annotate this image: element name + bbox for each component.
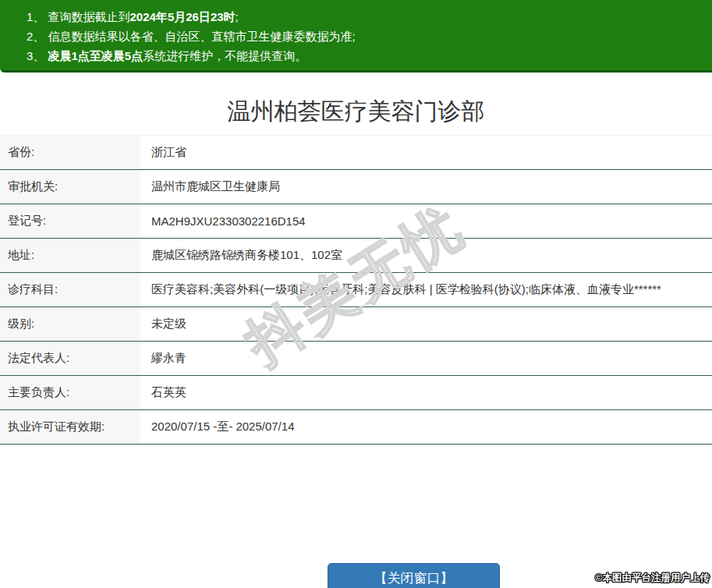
notice-text: 1、 查询数据截止到 [27,10,130,23]
notice-text: ; [236,10,239,23]
row-value: 石英英 [140,376,186,409]
notice-line: 2、 信息数据结果以各省、自治区、直辖市卫生健康委数据为准; [27,27,704,46]
row-value: MA2H9JXU2330302216D154 [140,204,306,238]
row-label: 审批机关: [0,170,140,204]
table-row: 登记号: MA2H9JXU2330302216D154 [0,204,712,239]
row-label: 执业许可证有效期: [0,410,140,444]
notice-text: 2、 信息数据结果以各省、自治区、直辖市卫生健康委数据为准; [27,30,356,43]
table-row: 地址: 鹿城区锦绣路锦绣商务楼101、102室 [0,239,712,273]
row-value: 繆永青 [140,342,186,375]
row-label: 诊疗科目: [0,273,140,306]
table-row: 执业许可证有效期: 2020/07/15 -至- 2025/07/14 [0,410,712,445]
info-table: 省份: 浙江省 审批机关: 温州市鹿城区卫生健康局 登记号: MA2H9JXU2… [0,135,712,445]
notice-bold-text: 凌晨1点至凌晨5点 [48,49,143,62]
close-window-button[interactable]: 【关闭窗口】 [328,563,500,588]
notice-line: 3、 凌晨1点至凌晨5点系统进行维护，不能提供查询。 [27,46,704,66]
row-label: 法定代表人: [0,342,140,375]
notice-text: 系统进行维护，不能提供查询。 [143,49,306,62]
row-value: 未定级 [140,307,186,341]
row-label: 级别: [0,307,140,341]
photo-credit-watermark: ©本图由平台注册用户上传 [595,572,710,585]
table-row: 主要负责人: 石英英 [0,376,712,410]
row-value: 温州市鹿城区卫生健康局 [140,170,280,204]
table-row: 法定代表人: 繆永青 [0,342,712,376]
notice-banner: 1、 查询数据截止到2024年5月26日23时; 2、 信息数据结果以各省、自治… [0,0,712,73]
row-value: 2020/07/15 -至- 2025/07/14 [140,410,294,444]
row-label: 主要负责人: [0,376,140,409]
notice-line: 1、 查询数据截止到2024年5月26日23时; [27,7,704,27]
row-label: 省份: [0,136,140,169]
table-row: 省份: 浙江省 [0,136,712,170]
notice-text: 3、 [27,49,48,62]
row-label: 地址: [0,239,140,272]
table-row: 审批机关: 温州市鹿城区卫生健康局 [0,170,712,204]
table-row: 诊疗科目: 医疗美容科;美容外科(一级项目);美容牙科;美容皮肤科 | 医学检验… [0,273,712,307]
row-value: 医疗美容科;美容外科(一级项目);美容牙科;美容皮肤科 | 医学检验科(协议);… [140,273,661,306]
row-label: 登记号: [0,204,140,238]
row-value: 鹿城区锦绣路锦绣商务楼101、102室 [140,239,342,272]
page-title: 温州柏荟医疗美容门诊部 [0,73,712,135]
notice-bold-text: 2024年5月26日23时 [130,10,236,23]
table-row: 级别: 未定级 [0,307,712,342]
row-value: 浙江省 [140,136,186,169]
